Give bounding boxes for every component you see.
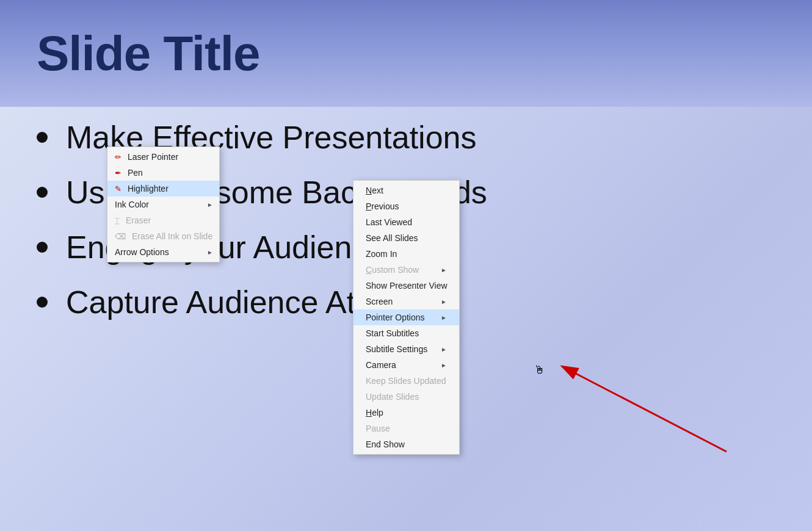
submenu-item-eraser[interactable]: ⌶ Eraser [107,212,219,228]
slide-title: Slide Title [37,26,259,82]
bullet-dot [37,242,48,253]
submenu-arrow-icon: ► [441,267,447,273]
menu-label-next: Next [366,186,383,195]
menu-item-custom-show[interactable]: Custom Show ► [353,262,459,278]
pointer-options-submenu: ✏ Laser Pointer ✒ Pen ✎ Highlighter Ink … [107,146,220,262]
menu-item-screen[interactable]: Screen ► [353,294,459,309]
submenu-label-laser-pointer: Laser Pointer [128,152,178,162]
menu-item-start-subtitles[interactable]: Start Subtitles [353,325,459,341]
submenu-label-pen: Pen [128,168,143,178]
bullet-dot [37,132,48,143]
erase-all-ink-icon: ⌫ [115,232,126,241]
menu-item-zoom-in[interactable]: Zoom In [353,246,459,262]
submenu-label-erase-all-ink: Erase All Ink on Slide [132,231,212,241]
context-menu: Next Previous Last Viewed See All Slides… [353,180,460,455]
submenu-item-laser-pointer[interactable]: ✏ Laser Pointer [107,149,219,165]
menu-item-show-presenter-view[interactable]: Show Presenter View [353,278,459,294]
submenu-item-arrow-options[interactable]: Arrow Options ► [107,244,219,260]
laser-pointer-icon: ✏ [115,153,121,162]
submenu-arrow-screen-icon: ► [441,298,447,305]
menu-label-start-subtitles: Start Subtitles [366,328,419,338]
menu-label-see-all-slides: See All Slides [366,233,418,243]
submenu-label-eraser: Eraser [126,215,151,225]
menu-label-pause: Pause [366,424,390,433]
menu-label-help: Help [366,408,383,417]
menu-item-help[interactable]: Help [353,405,459,421]
menu-item-camera[interactable]: Camera ► [353,357,459,373]
submenu-label-ink-color: Ink Color [115,200,149,209]
pen-icon: ✒ [115,168,121,178]
submenu-arrow-arrow-options-icon: ► [207,249,213,256]
menu-item-next[interactable]: Next [353,182,459,198]
menu-label-zoom-in: Zoom In [366,249,397,259]
menu-label-subtitle-settings: Subtitle Settings [366,344,427,354]
submenu-item-erase-all-ink[interactable]: ⌫ Erase All Ink on Slide [107,228,219,244]
highlighter-icon: ✎ [115,184,121,193]
menu-label-previous: Previous [366,201,399,211]
submenu-arrow-camera-icon: ► [441,362,447,369]
menu-item-keep-slides-updated[interactable]: Keep Slides Updated [353,373,459,389]
title-bar: Slide Title [0,0,812,107]
bullet-dot [37,297,48,308]
submenu-label-arrow-options: Arrow Options [115,247,169,257]
menu-label-pointer-options: Pointer Options [366,312,425,322]
menu-label-keep-slides-updated: Keep Slides Updated [366,376,446,386]
menu-item-update-slides[interactable]: Update Slides [353,389,459,405]
menu-item-previous[interactable]: Previous [353,198,459,214]
menu-label-last-viewed: Last Viewed [366,217,412,227]
menu-item-see-all-slides[interactable]: See All Slides [353,230,459,246]
submenu-arrow-pointer-icon: ► [441,314,447,321]
menu-item-end-show[interactable]: End Show [353,436,459,452]
bullet-dot [37,187,48,198]
menu-item-subtitle-settings[interactable]: Subtitle Settings ► [353,341,459,357]
menu-label-camera: Camera [366,360,396,370]
menu-item-pause[interactable]: Pause [353,421,459,436]
menu-item-pointer-options[interactable]: Pointer Options ► [353,309,459,325]
menu-label-show-presenter-view: Show Presenter View [366,281,448,291]
eraser-icon: ⌶ [115,216,120,225]
menu-label-custom-show: Custom Show [366,265,419,275]
submenu-label-highlighter: Highlighter [128,184,169,193]
submenu-item-ink-color[interactable]: Ink Color ► [107,197,219,212]
submenu-item-pen[interactable]: ✒ Pen [107,165,219,181]
menu-item-last-viewed[interactable]: Last Viewed [353,214,459,230]
menu-label-update-slides: Update Slides [366,392,419,402]
menu-label-end-show: End Show [366,439,405,449]
submenu-arrow-ink-color-icon: ► [207,201,213,208]
submenu-arrow-subtitle-icon: ► [441,346,447,353]
submenu-item-highlighter[interactable]: ✎ Highlighter [107,181,219,197]
menu-label-screen: Screen [366,297,393,306]
